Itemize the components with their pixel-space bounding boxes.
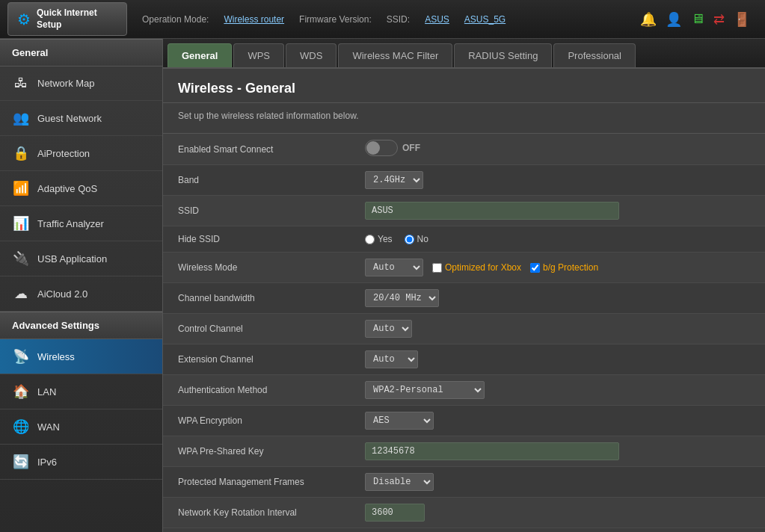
control-control-channel: Auto 1 6 11 — [357, 314, 765, 344]
ssid-2g[interactable]: ASUS — [425, 14, 449, 25]
top-icons: 🔔 👤 🖥 ⇄ 🚪 — [640, 11, 750, 28]
row-wpa-encryption: WPA Encryption AES TKIP AES+TKIP — [163, 406, 765, 436]
label-key-rotation: Network Key Rotation Interval — [163, 498, 357, 528]
label-extension-channel: Extension Channel — [163, 344, 357, 375]
label-wpa-encryption: WPA Encryption — [163, 406, 357, 436]
control-key-rotation — [357, 498, 765, 528]
channel-bandwidth-select[interactable]: 20/40 MHz 20 MHz 40 MHz — [365, 289, 439, 307]
hide-ssid-yes-radio[interactable] — [365, 235, 375, 244]
sidebar-label-network-map: Network Map — [37, 78, 95, 89]
sidebar-item-usb-application[interactable]: 🔌 USB Application — [0, 241, 162, 276]
sidebar-item-aiprotection[interactable]: 🔒 AiProtection — [0, 136, 162, 171]
smart-connect-toggle[interactable]: OFF — [365, 140, 420, 156]
optimized-xbox-label[interactable]: Optimized for Xbox — [432, 262, 521, 273]
logout-icon[interactable]: 🚪 — [734, 11, 750, 28]
auth-method-select[interactable]: WPA2-Personal WPA-Personal WPA-Enterpris… — [365, 381, 485, 399]
sidebar-item-lan[interactable]: 🏠 LAN — [0, 374, 162, 409]
band-select[interactable]: 2.4GHz 5GHz — [365, 171, 423, 189]
network-icon[interactable]: 🖥 — [691, 11, 704, 27]
control-channel-bandwidth: 20/40 MHz 20 MHz 40 MHz — [357, 283, 765, 314]
label-channel-bandwidth: Channel bandwidth — [163, 283, 357, 314]
tab-wireless-mac-filter[interactable]: Wireless MAC Filter — [338, 43, 452, 67]
row-smart-connect: Enabled Smart Connect OFF — [163, 134, 765, 165]
sidebar-label-wan: WAN — [37, 421, 60, 433]
ssid-label: SSID: — [387, 14, 410, 25]
label-ssid: SSID — [163, 196, 357, 226]
ipv6-icon: 🔄 — [12, 454, 30, 470]
control-pmf: Disable Capable Required — [357, 467, 765, 498]
label-hide-ssid: Hide SSID — [163, 226, 357, 253]
label-auth-method: Authentication Method — [163, 375, 357, 406]
sidebar-item-aicloud[interactable]: ☁ AiCloud 2.0 — [0, 276, 162, 312]
control-extension-channel: Auto Above Below — [357, 344, 765, 375]
sidebar-label-aiprotection: AiProtection — [37, 148, 90, 159]
page-subtitle: Set up the wireless related information … — [163, 103, 765, 134]
sidebar-item-adaptive-qos[interactable]: 📶 Adaptive QoS — [0, 171, 162, 206]
bg-protection-label[interactable]: b/g Protection — [530, 262, 598, 273]
user-icon[interactable]: 👤 — [666, 11, 682, 28]
ssid-input[interactable] — [365, 202, 619, 220]
sidebar-section-general: General — [0, 39, 162, 66]
control-wpa-encryption: AES TKIP AES+TKIP — [357, 406, 765, 436]
wpa-key-input[interactable] — [365, 442, 619, 460]
sidebar-item-ipv6[interactable]: 🔄 IPv6 — [0, 445, 162, 480]
tab-wps[interactable]: WPS — [233, 43, 284, 67]
sidebar-item-wan[interactable]: 🌐 WAN — [0, 409, 162, 445]
row-wireless-mode: Wireless Mode Auto N only G only Optimiz… — [163, 253, 765, 283]
tab-radius-setting[interactable]: RADIUS Setting — [454, 43, 552, 67]
toggle-label: OFF — [402, 143, 420, 153]
optimized-xbox-checkbox[interactable] — [432, 263, 442, 273]
pmf-select[interactable]: Disable Capable Required — [365, 473, 434, 491]
row-control-channel: Control Channel Auto 1 6 11 — [163, 314, 765, 344]
key-rotation-input[interactable] — [365, 504, 425, 522]
label-pmf: Protected Management Frames — [163, 467, 357, 498]
traffic-analyzer-icon: 📊 — [12, 215, 30, 232]
firmware-label: Firmware Version: — [299, 14, 372, 25]
tab-wds[interactable]: WDS — [286, 43, 337, 67]
page-title: Wireless - General — [163, 69, 765, 103]
tab-professional[interactable]: Professional — [553, 43, 636, 67]
row-hide-ssid: Hide SSID Yes No — [163, 226, 765, 253]
control-channel-select[interactable]: Auto 1 6 11 — [365, 320, 412, 338]
sidebar-label-usb-application: USB Application — [37, 253, 107, 265]
ssid-5g[interactable]: ASUS_5G — [464, 14, 506, 25]
control-smart-connect: OFF — [357, 134, 765, 165]
notification-icon[interactable]: 🔔 — [640, 11, 657, 28]
operation-mode-label: Operation Mode: — [142, 14, 209, 25]
row-ssid: SSID — [163, 196, 765, 226]
sidebar-label-lan: LAN — [37, 386, 56, 398]
quick-setup-icon: ⚙ — [17, 10, 31, 28]
sidebar-item-traffic-analyzer[interactable]: 📊 Traffic Analyzer — [0, 206, 162, 241]
tab-general[interactable]: General — [168, 43, 232, 67]
quick-setup-button[interactable]: ⚙ Quick Internet Setup — [7, 2, 127, 36]
sidebar-section-advanced: Advanced Settings — [0, 312, 162, 339]
extension-channel-select[interactable]: Auto Above Below — [365, 350, 418, 368]
label-control-channel: Control Channel — [163, 314, 357, 344]
sidebar-label-adaptive-qos: Adaptive QoS — [37, 183, 97, 194]
operation-mode-value[interactable]: Wireless router — [224, 14, 284, 25]
hide-ssid-no-radio[interactable] — [405, 235, 414, 244]
top-bar-info: Operation Mode: Wireless router Firmware… — [127, 14, 640, 25]
bg-protection-checkbox[interactable] — [530, 263, 540, 273]
row-auth-method: Authentication Method WPA2-Personal WPA-… — [163, 375, 765, 406]
row-wpa-key: WPA Pre-Shared Key — [163, 436, 765, 467]
control-hide-ssid: Yes No — [357, 226, 765, 253]
wpa-encryption-select[interactable]: AES TKIP AES+TKIP — [365, 412, 434, 430]
control-ssid — [357, 196, 765, 226]
usb-icon[interactable]: ⇄ — [713, 11, 725, 28]
wireless-mode-select[interactable]: Auto N only G only — [365, 259, 423, 276]
control-band: 2.4GHz 5GHz — [357, 165, 765, 196]
tab-bar: General WPS WDS Wireless MAC Filter RADI… — [163, 39, 765, 69]
adaptive-qos-icon: 📶 — [12, 180, 30, 197]
hide-ssid-no[interactable]: No — [405, 234, 428, 244]
usb-application-icon: 🔌 — [12, 250, 30, 267]
aicloud-icon: ☁ — [12, 285, 30, 302]
hide-ssid-yes[interactable]: Yes — [365, 234, 393, 244]
sidebar-item-network-map[interactable]: 🖧 Network Map — [0, 66, 162, 101]
sidebar-item-wireless[interactable]: 📡 Wireless — [0, 339, 162, 374]
main-layout: General 🖧 Network Map 👥 Guest Network 🔒 … — [0, 39, 765, 532]
label-smart-connect: Enabled Smart Connect — [163, 134, 357, 165]
sidebar-item-guest-network[interactable]: 👥 Guest Network — [0, 101, 162, 136]
sidebar: General 🖧 Network Map 👥 Guest Network 🔒 … — [0, 39, 163, 532]
sidebar-label-guest-network: Guest Network — [37, 113, 102, 124]
